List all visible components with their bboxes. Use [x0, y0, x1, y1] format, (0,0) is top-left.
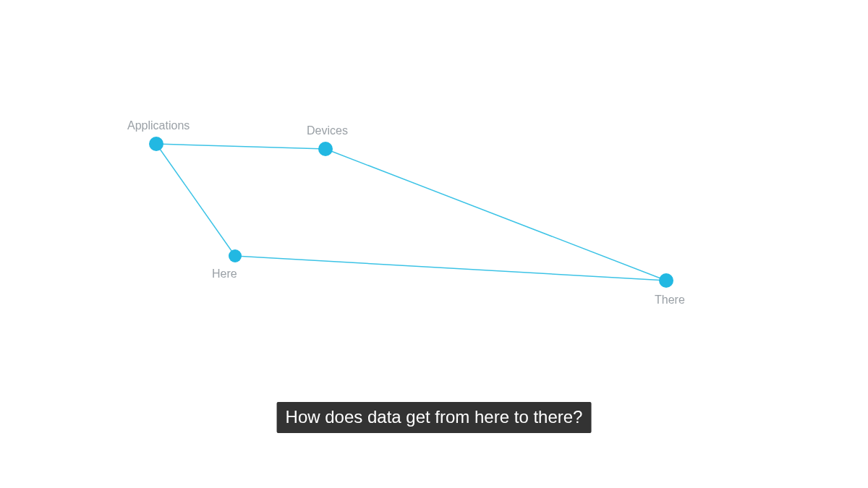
edge-there-here	[235, 256, 666, 281]
label-devices: Devices	[307, 124, 348, 137]
label-there: There	[655, 294, 685, 307]
edge-applications-devices	[156, 144, 326, 149]
caption-subtitle: How does data get from here to there?	[277, 402, 592, 433]
node-devices	[318, 142, 333, 156]
edge-devices-there	[326, 149, 666, 281]
label-applications: Applications	[127, 119, 190, 132]
label-here: Here	[212, 267, 237, 281]
node-applications	[149, 137, 163, 151]
edge-here-applications	[156, 144, 235, 256]
node-here	[229, 249, 242, 262]
node-there	[659, 273, 673, 288]
